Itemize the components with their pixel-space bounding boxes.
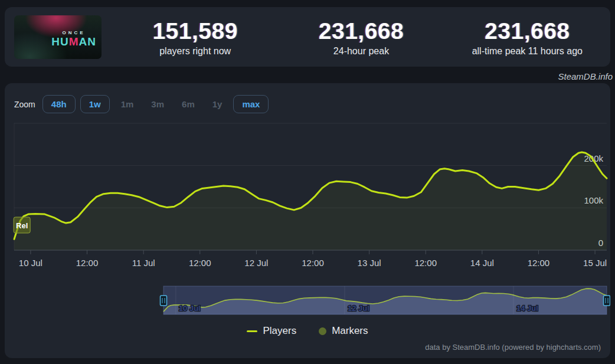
chart-legend: Players Markers: [5, 325, 610, 337]
x-axis-label: 13 Jul: [358, 258, 381, 268]
legend-players-label: Players: [263, 325, 296, 337]
stats-row: 151,589 players right now 231,668 24-hou…: [112, 7, 610, 67]
steamdb-chart-page: ONCE HUMAN 151,589 players right now 231…: [0, 0, 615, 364]
x-axis-label: 12:00: [302, 258, 324, 268]
x-axis-label: 11 Jul: [132, 258, 155, 268]
game-capsule-image[interactable]: ONCE HUMAN: [14, 15, 102, 59]
logo-human-text: HUMAN: [51, 36, 96, 48]
legend-item-markers[interactable]: Markers: [319, 325, 368, 337]
x-axis-label: 15 Jul: [583, 258, 607, 268]
x-axis-label: 14 Jul: [470, 258, 494, 268]
legend-item-players[interactable]: Players: [247, 325, 296, 337]
x-axis-label: 12:00: [528, 258, 550, 268]
navigator-handle-left[interactable]: [161, 296, 167, 306]
navigator-handle-right[interactable]: [604, 296, 610, 306]
x-axis-label: 12:00: [189, 258, 211, 268]
players-chart[interactable]: 0100k200k10 Jul12:0011 Jul12:0012 Jul12:…: [5, 83, 610, 358]
players-now-label: players right now: [159, 46, 231, 57]
peak-24h-label: 24-hour peak: [333, 46, 389, 57]
peak-24h-value: 231,668: [319, 18, 404, 44]
highcharts-credit[interactable]: data by SteamDB.info (powered by highcha…: [425, 343, 601, 352]
x-axis-label: 10 Jul: [19, 258, 42, 268]
chart-card: Zoom 48h 1w 1m 3m 6m 1y max 0100k200k10 …: [5, 83, 610, 358]
navigator-mask[interactable]: [163, 286, 607, 314]
navigator-date-label: 12 Jul: [348, 304, 369, 313]
steamdb-watermark: SteamDB.info: [558, 71, 613, 81]
x-axis-label: 12:00: [414, 258, 437, 268]
alltime-peak-value: 231,668: [485, 18, 570, 44]
legend-markers-label: Markers: [332, 325, 368, 337]
stat-24h-peak: 231,668 24-hour peak: [278, 7, 444, 67]
x-axis-label: 12 Jul: [244, 258, 268, 268]
once-human-logo: ONCE HUMAN: [51, 31, 96, 48]
x-axis-label: 12:00: [76, 258, 99, 268]
players-line-swatch: [247, 330, 257, 332]
players-now-value: 151,589: [152, 18, 237, 44]
header-card: ONCE HUMAN 151,589 players right now 231…: [5, 7, 610, 67]
alltime-peak-label: all-time peak 11 hours ago: [472, 46, 583, 57]
navigator-date-label: 14 Jul: [516, 304, 538, 313]
stat-alltime-peak: 231,668 all-time peak 11 hours ago: [444, 7, 610, 67]
stat-players-now: 151,589 players right now: [112, 7, 278, 67]
release-flag-label: Rel: [16, 221, 28, 230]
markers-circle-swatch: [319, 327, 326, 335]
navigator-date-label: 10 Jul: [179, 304, 201, 313]
